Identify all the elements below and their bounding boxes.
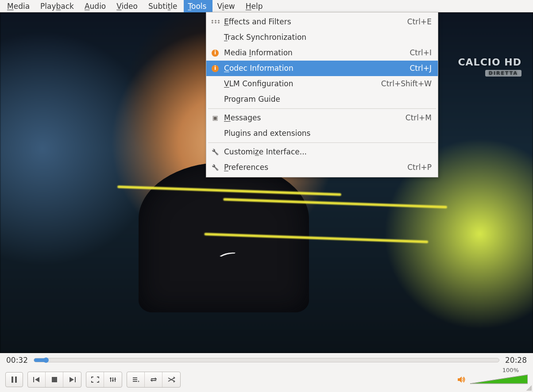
watermark-line1: CALCIO HD xyxy=(458,57,521,68)
svg-rect-12 xyxy=(114,379,116,380)
svg-rect-10 xyxy=(110,378,112,379)
seek-row: 00:32 20:28 xyxy=(0,353,533,367)
info-icon: i xyxy=(211,65,220,72)
nike-swoosh xyxy=(219,251,236,257)
svg-marker-19 xyxy=(174,377,175,379)
elapsed-time[interactable]: 00:32 xyxy=(6,356,28,365)
menuitem-preferences[interactable]: Preferences Ctrl+P xyxy=(206,160,438,175)
menuitem-program-guide[interactable]: Program Guide xyxy=(206,92,438,107)
messages-icon xyxy=(211,113,220,123)
playlist-button[interactable] xyxy=(127,372,145,387)
menu-separator xyxy=(208,142,436,143)
seek-bar[interactable] xyxy=(34,358,499,362)
seek-thumb[interactable] xyxy=(43,357,49,363)
menu-subtitle[interactable]: Subtitle xyxy=(144,0,184,12)
menu-separator xyxy=(208,108,436,109)
volume-control: 100% xyxy=(457,373,528,386)
menuitem-codec-info[interactable]: i Codec Information Ctrl+J xyxy=(206,61,438,76)
playlist-button-group xyxy=(127,372,181,388)
total-time[interactable]: 20:28 xyxy=(505,356,527,365)
resize-grip[interactable] xyxy=(526,385,532,391)
volume-label: 100% xyxy=(502,367,519,373)
menu-help[interactable]: Help xyxy=(241,0,269,12)
menu-audio[interactable]: Audio xyxy=(80,0,112,12)
svg-rect-0 xyxy=(12,377,13,383)
svg-rect-11 xyxy=(112,380,114,381)
volume-slider[interactable] xyxy=(470,373,528,386)
menu-playback[interactable]: Playback xyxy=(36,0,80,12)
nav-button-group xyxy=(27,372,81,388)
svg-rect-4 xyxy=(52,377,57,382)
wrench-icon xyxy=(211,147,220,157)
watermark-line2: DIRETTA xyxy=(485,70,521,77)
menu-tools[interactable]: Tools xyxy=(184,0,213,12)
loop-button[interactable] xyxy=(145,372,162,387)
menuitem-track-sync[interactable]: Track Synchronization xyxy=(206,30,438,45)
svg-marker-17 xyxy=(155,377,157,380)
previous-button[interactable] xyxy=(28,372,46,387)
svg-marker-3 xyxy=(35,377,39,382)
shuffle-button[interactable] xyxy=(162,372,180,387)
fullscreen-button[interactable] xyxy=(86,372,104,387)
broadcast-watermark: CALCIO HD DIRETTA xyxy=(458,57,521,77)
svg-marker-5 xyxy=(70,377,74,382)
menubar: Media Playback Audio Video Subtitle Tool… xyxy=(0,0,533,12)
controls-row: 100% xyxy=(0,367,533,392)
svg-rect-1 xyxy=(15,377,17,383)
menuitem-messages[interactable]: Messages Ctrl+M xyxy=(206,110,438,126)
tools-menu-dropdown: Effects and Filters Ctrl+E Track Synchro… xyxy=(206,12,438,177)
svg-marker-16 xyxy=(138,380,139,382)
menu-media[interactable]: Media xyxy=(3,0,36,12)
menuitem-plugins[interactable]: Plugins and extensions xyxy=(206,126,438,141)
menuitem-media-info[interactable]: i Media Information Ctrl+I xyxy=(206,45,438,61)
view-button-group xyxy=(86,372,122,388)
pause-button[interactable] xyxy=(5,372,23,387)
sliders-icon xyxy=(211,17,220,27)
menu-video[interactable]: Video xyxy=(112,0,144,12)
svg-rect-6 xyxy=(75,377,76,382)
next-button[interactable] xyxy=(63,372,81,387)
menuitem-vlm-config[interactable]: VLM Configuration Ctrl+Shift+W xyxy=(206,76,438,92)
menuitem-customize-interface[interactable]: Customize Interface... xyxy=(206,144,438,160)
stop-button[interactable] xyxy=(46,372,63,387)
menuitem-effects-filters[interactable]: Effects and Filters Ctrl+E xyxy=(206,14,438,30)
svg-marker-21 xyxy=(458,377,462,383)
extended-settings-button[interactable] xyxy=(104,372,122,387)
video-subject xyxy=(139,162,309,312)
svg-marker-18 xyxy=(151,379,152,382)
svg-marker-20 xyxy=(174,380,175,383)
wrench-icon xyxy=(211,162,220,173)
info-icon: i xyxy=(211,50,220,57)
speaker-icon[interactable] xyxy=(457,375,467,384)
menu-view[interactable]: View xyxy=(212,0,241,12)
svg-rect-2 xyxy=(33,377,34,382)
